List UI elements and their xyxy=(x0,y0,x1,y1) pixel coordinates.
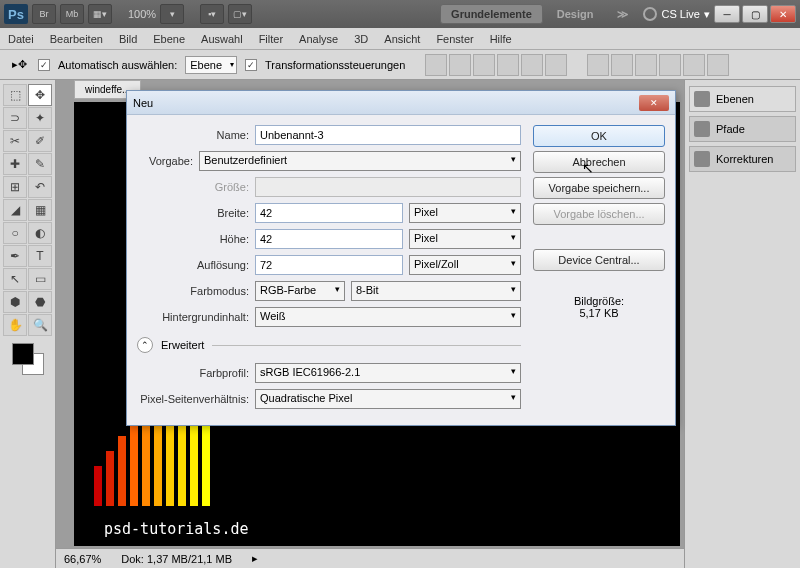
cancel-button[interactable]: Abbrechen xyxy=(533,151,665,173)
tool-path[interactable]: ↖ xyxy=(3,268,27,290)
view-button[interactable]: ▪▾ xyxy=(200,4,224,24)
tool-eraser[interactable]: ◢ xyxy=(3,199,27,221)
workspace-grundelemente[interactable]: Grundelemente xyxy=(440,4,543,24)
tool-eyedrop[interactable]: ✐ xyxy=(28,130,52,152)
tool-3dcam[interactable]: ⬣ xyxy=(28,291,52,313)
mb-button[interactable]: Mb xyxy=(60,4,84,24)
align-icon[interactable] xyxy=(545,54,567,76)
dist-icon[interactable] xyxy=(611,54,633,76)
dist-icon[interactable] xyxy=(635,54,657,76)
menu-fenster[interactable]: Fenster xyxy=(436,33,473,45)
ok-button[interactable]: OK xyxy=(533,125,665,147)
status-zoom[interactable]: 66,67% xyxy=(64,553,101,565)
tool-text[interactable]: T xyxy=(28,245,52,267)
aufl-unit[interactable]: Pixel/Zoll xyxy=(409,255,521,275)
menu-filter[interactable]: Filter xyxy=(259,33,283,45)
zoom-dd[interactable]: ▾ xyxy=(160,4,184,24)
tool-hand[interactable]: ✋ xyxy=(3,314,27,336)
bit-select[interactable]: 8-Bit xyxy=(351,281,521,301)
tool-lasso[interactable]: ⊃ xyxy=(3,107,27,129)
tool-wand[interactable]: ✦ xyxy=(28,107,52,129)
auto-select-dropdown[interactable]: Ebene xyxy=(185,56,237,74)
cursor-icon: ↖ xyxy=(582,160,594,176)
aufl-input[interactable] xyxy=(255,255,403,275)
panel-pfade[interactable]: Pfade xyxy=(689,116,796,142)
hoehe-input[interactable] xyxy=(255,229,403,249)
auto-select-label: Automatisch auswählen: xyxy=(58,59,177,71)
breite-input[interactable] xyxy=(255,203,403,223)
hinter-select[interactable]: Weiß xyxy=(255,307,521,327)
screen-button[interactable]: ▢▾ xyxy=(228,4,252,24)
minimize-button[interactable]: ─ xyxy=(714,5,740,23)
menu-auswahl[interactable]: Auswahl xyxy=(201,33,243,45)
dist-icon[interactable] xyxy=(683,54,705,76)
panel-ebenen[interactable]: Ebenen xyxy=(689,86,796,112)
name-input[interactable] xyxy=(255,125,521,145)
profil-label: Farbprofil: xyxy=(137,367,249,379)
vorgabe-label: Vorgabe: xyxy=(137,155,193,167)
align-icon[interactable] xyxy=(497,54,519,76)
adjustments-icon xyxy=(694,151,710,167)
tool-marquee[interactable]: ⬚ xyxy=(3,84,27,106)
align-icon[interactable] xyxy=(473,54,495,76)
tool-gradient[interactable]: ▦ xyxy=(28,199,52,221)
tool-blur[interactable]: ○ xyxy=(3,222,27,244)
transform-checkbox[interactable]: ✓ xyxy=(245,59,257,71)
workspace-more[interactable]: ≫ xyxy=(607,5,639,24)
hoehe-unit[interactable]: Pixel xyxy=(409,229,521,249)
close-button[interactable]: ✕ xyxy=(770,5,796,23)
tool-history[interactable]: ↶ xyxy=(28,176,52,198)
tool-crop[interactable]: ✂ xyxy=(3,130,27,152)
zoom-level[interactable]: 100% xyxy=(128,8,156,20)
vorgabe-select[interactable]: Benutzerdefiniert xyxy=(199,151,521,171)
breite-label: Breite: xyxy=(137,207,249,219)
dist-icon[interactable] xyxy=(707,54,729,76)
save-preset-button[interactable]: Vorgabe speichern... xyxy=(533,177,665,199)
farb-label: Farbmodus: xyxy=(137,285,249,297)
tool-stamp[interactable]: ⊞ xyxy=(3,176,27,198)
dialog-title: Neu xyxy=(133,97,153,109)
menu-ebene[interactable]: Ebene xyxy=(153,33,185,45)
aufl-label: Auflösung: xyxy=(137,259,249,271)
frames-button[interactable]: ▦▾ xyxy=(88,4,112,24)
menu-3d[interactable]: 3D xyxy=(354,33,368,45)
pixelsv-label: Pixel-Seitenverhältnis: xyxy=(137,393,249,405)
cslive-button[interactable]: CS Live ▾ xyxy=(643,7,710,21)
tool-brush[interactable]: ✎ xyxy=(28,153,52,175)
breite-unit[interactable]: Pixel xyxy=(409,203,521,223)
align-icon[interactable] xyxy=(521,54,543,76)
menu-ansicht[interactable]: Ansicht xyxy=(384,33,420,45)
menu-analyse[interactable]: Analyse xyxy=(299,33,338,45)
maximize-button[interactable]: ▢ xyxy=(742,5,768,23)
menu-bearbeiten[interactable]: Bearbeiten xyxy=(50,33,103,45)
workspace-design[interactable]: Design xyxy=(547,5,604,23)
align-icon[interactable] xyxy=(449,54,471,76)
erweitert-toggle[interactable]: ⌃ xyxy=(137,337,153,353)
tool-dodge[interactable]: ◐ xyxy=(28,222,52,244)
menu-bild[interactable]: Bild xyxy=(119,33,137,45)
menu-hilfe[interactable]: Hilfe xyxy=(490,33,512,45)
tool-pen[interactable]: ✒ xyxy=(3,245,27,267)
profil-select[interactable]: sRGB IEC61966-2.1 xyxy=(255,363,521,383)
panel-korrekturen[interactable]: Korrekturen xyxy=(689,146,796,172)
tool-shape[interactable]: ▭ xyxy=(28,268,52,290)
dist-icon[interactable] xyxy=(587,54,609,76)
main-menu: Datei Bearbeiten Bild Ebene Auswahl Filt… xyxy=(0,28,800,50)
tool-heal[interactable]: ✚ xyxy=(3,153,27,175)
br-button[interactable]: Br xyxy=(32,4,56,24)
pixelsv-select[interactable]: Quadratische Pixel xyxy=(255,389,521,409)
menu-datei[interactable]: Datei xyxy=(8,33,34,45)
align-icon[interactable] xyxy=(425,54,447,76)
tool-zoom[interactable]: 🔍 xyxy=(28,314,52,336)
erweitert-label: Erweitert xyxy=(161,339,204,351)
tool-move[interactable]: ✥ xyxy=(28,84,52,106)
farb-select[interactable]: RGB-Farbe xyxy=(255,281,345,301)
bildgroesse-value: 5,17 KB xyxy=(533,307,665,319)
dialog-close-button[interactable]: ✕ xyxy=(639,95,669,111)
color-swatch[interactable] xyxy=(12,343,44,375)
paths-icon xyxy=(694,121,710,137)
auto-select-checkbox[interactable]: ✓ xyxy=(38,59,50,71)
device-central-button[interactable]: Device Central... xyxy=(533,249,665,271)
tool-3d[interactable]: ⬢ xyxy=(3,291,27,313)
dist-icon[interactable] xyxy=(659,54,681,76)
